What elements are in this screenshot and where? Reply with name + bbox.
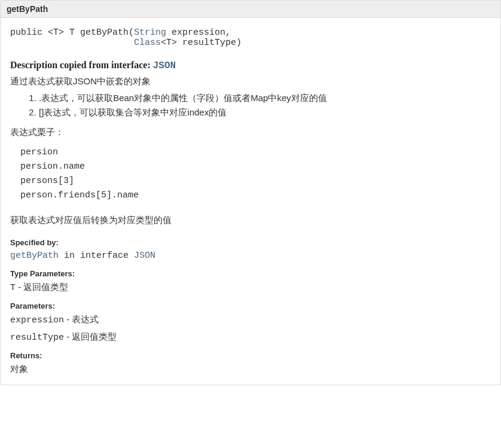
param-name: expression [10, 315, 64, 325]
type-parameters-label: Type Parameters: [10, 269, 491, 278]
method-body: public <T> T getByPath(String expression… [0, 18, 501, 385]
parameters-label: Parameters: [10, 301, 491, 310]
specified-interface-link[interactable]: JSON [134, 251, 155, 261]
list-item: []表达式，可以获取集合等对象中对应index的值 [39, 105, 491, 120]
type-link-string[interactable]: String [134, 28, 166, 38]
interface-link-json[interactable]: JSON [153, 60, 176, 71]
returns-label: Returns: [10, 351, 491, 360]
description-list: .表达式，可以获取Bean对象中的属性（字段）值或者Map中key对应的值 []… [39, 91, 491, 120]
list-item: .表达式，可以获取Bean对象中的属性（字段）值或者Map中key对应的值 [39, 91, 491, 105]
method-name: getByPath [7, 4, 48, 14]
returns-value: 对象 [10, 364, 491, 375]
method-header: getByPath [0, 0, 501, 18]
post-description: 获取表达式对应值后转换为对应类型的值 [10, 215, 491, 226]
specified-by-line: getByPath in interface JSON [10, 251, 491, 261]
type-param-desc: 返回值类型 [23, 282, 68, 292]
specified-by-label: Specified by: [10, 238, 491, 247]
description-intro: 通过表达式获取JSON中嵌套的对象 [10, 75, 491, 89]
specified-method-link[interactable]: getByPath [10, 251, 59, 261]
param-desc: 表达式 [72, 314, 99, 324]
param-desc: 返回值类型 [72, 331, 117, 342]
param-line: resultType - 返回值类型 [10, 331, 491, 343]
type-param-line: T - 返回值类型 [10, 282, 491, 293]
type-link-class[interactable]: Class [134, 38, 161, 48]
param-line: expression - 表达式 [10, 314, 491, 325]
type-param-name: T [10, 283, 16, 293]
param-name: resultType [10, 333, 64, 343]
method-signature: public <T> T getByPath(String expression… [10, 28, 491, 48]
description-header: Description copied from interface: JSON [10, 60, 491, 71]
example-code-block: persion persion.name persons[3] person.f… [15, 145, 491, 203]
example-label: 表达式栗子： [10, 127, 491, 138]
